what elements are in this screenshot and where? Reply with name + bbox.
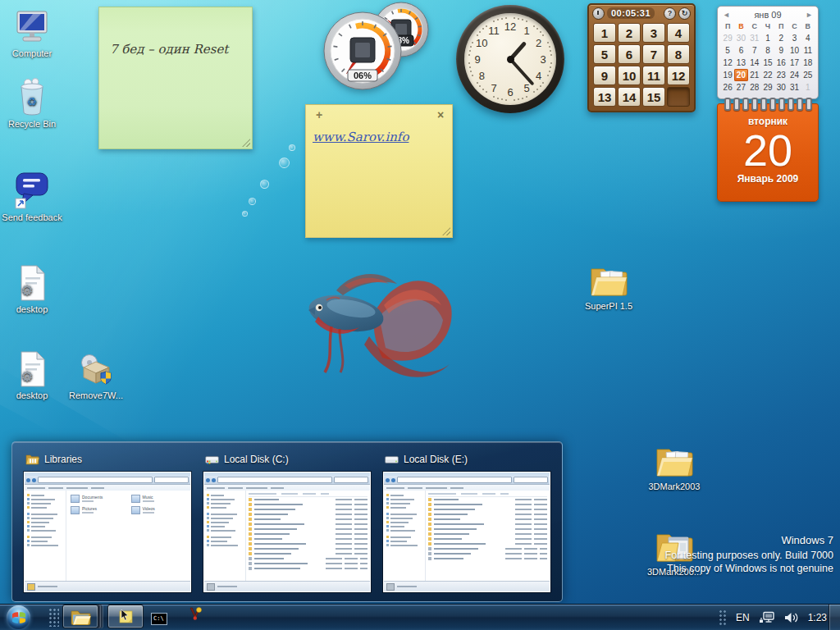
paint-icon[interactable] [188,606,203,625]
puzzle-tile[interactable]: 7 [642,44,665,64]
thumb-nav-label [211,526,225,527]
thumb-file-icon [249,508,252,511]
calendar-day[interactable]: 21 [748,69,761,81]
puzzle-tile[interactable]: 11 [642,66,665,85]
thumb-nav-icon [27,498,30,500]
calendar-day[interactable]: 13 [734,57,747,69]
puzzle-gadget[interactable]: 00:05:31 ? ↻ 123456789101112131415 [587,3,696,112]
calendar-day[interactable]: 14 [748,57,761,69]
calendar-day[interactable]: 22 [761,69,774,81]
puzzle-tile[interactable]: 12 [667,66,690,85]
desktop-icon-computer[interactable]: Computer [0,5,64,59]
calendar-day[interactable]: 31 [788,81,801,94]
window-preview-disk-c[interactable]: Local Disk (C:) [203,452,371,591]
sticky-note-yellow[interactable]: + × www.Sarov.info [305,104,453,238]
calendar-day[interactable]: 1 [761,32,774,44]
puzzle-empty-slot[interactable] [667,87,690,107]
desktop-icon-recycle-bin[interactable]: ♻ Recycle Bin [0,75,64,130]
window-preview-libraries[interactable]: Libraries DocumentsMusicPicturesVideos [24,452,191,591]
window-thumbnail[interactable]: DocumentsMusicPicturesVideos [24,472,191,592]
calendar-day[interactable]: 26 [721,81,734,94]
calendar-gadget[interactable]: ◄ янв 09 ► ПВСЧПСВ 293031123456789101112… [717,6,819,202]
puzzle-shuffle-button[interactable]: ↻ [678,7,691,20]
puzzle-tile[interactable]: 9 [593,66,616,85]
volume-icon[interactable] [784,612,799,623]
calendar-day[interactable]: 17 [788,57,801,69]
drive-e-icon [385,454,399,465]
calendar-day[interactable]: 15 [761,57,774,69]
calendar-day[interactable]: 10 [788,44,801,57]
desktop-icon-desktop-file-2[interactable]: ⚙ desktop [0,347,64,401]
taskbar-button-sticky-notes[interactable] [107,605,144,628]
puzzle-tile[interactable]: 14 [618,87,641,107]
calendar-day[interactable]: 5 [721,44,734,57]
calendar-today-page[interactable]: вторник 20 Январь 2009 [717,103,819,202]
calendar-day[interactable]: 30 [774,81,788,94]
desktop-icon-remove7w[interactable]: Remove7W... [64,347,128,401]
puzzle-tile[interactable]: 15 [642,87,665,107]
puzzle-tile[interactable]: 6 [618,44,641,64]
calendar-day[interactable]: 30 [734,32,747,44]
calendar-day[interactable]: 11 [801,44,815,57]
cpu-meter-gadget[interactable]: 28% 06% [320,0,431,92]
calendar-day[interactable]: 9 [774,44,788,57]
thumb-file-type [345,558,358,559]
calendar-day[interactable]: 3 [788,32,801,44]
puzzle-tile[interactable]: 8 [667,44,690,64]
thumb-nav-item [27,540,63,542]
note-resize-grip[interactable] [442,227,450,235]
calendar-day[interactable]: 18 [801,57,815,69]
calendar-day[interactable]: 4 [801,32,815,44]
puzzle-tile[interactable]: 5 [593,44,616,64]
language-indicator[interactable]: EN [736,612,750,623]
window-preview-disk-e[interactable]: Local Disk (E:) [383,452,550,591]
taskbar-clock[interactable]: 1:23 [808,612,827,623]
taskbar-cmd-icon[interactable]: C:\ [151,613,167,625]
calendar-day[interactable]: 23 [774,69,788,81]
calendar-day[interactable]: 6 [734,44,747,57]
puzzle-help-button[interactable]: ? [664,7,676,20]
note-close-button[interactable]: × [434,108,447,121]
puzzle-tile[interactable]: 2 [618,23,641,43]
calendar-day[interactable]: 28 [748,81,761,94]
calendar-day[interactable]: 7 [748,44,761,57]
puzzle-tile[interactable]: 3 [642,23,665,43]
desktop-icon-superpi[interactable]: SuperPI 1.5 [576,258,641,312]
note-link[interactable]: www.Sarov.info [313,130,409,144]
puzzle-tile[interactable]: 10 [618,66,641,85]
calendar-day[interactable]: 25 [801,69,815,81]
calendar-day[interactable]: 24 [788,69,801,81]
calendar-prev-icon[interactable]: ◄ [723,11,730,19]
sticky-note-green[interactable]: 7 бед – один Reset [98,7,253,149]
calendar-selected-day[interactable]: 20 [734,69,747,81]
note-resize-grip[interactable] [242,139,250,147]
window-thumbnail[interactable] [383,472,550,592]
calendar-day[interactable]: 8 [761,44,774,57]
calendar-day[interactable]: 19 [721,69,734,81]
puzzle-tile[interactable]: 13 [593,87,616,107]
calendar-day[interactable]: 29 [761,81,774,94]
calendar-day[interactable]: 1 [801,81,815,94]
puzzle-timer-icon[interactable] [592,7,605,20]
taskbar-button-explorer[interactable] [62,605,98,628]
calendar-day[interactable]: 29 [721,32,734,44]
calendar-day[interactable]: 27 [734,81,747,94]
calendar-next-icon[interactable]: ► [806,11,813,19]
network-icon[interactable] [759,611,775,624]
thumb-nav-icon [207,521,209,523]
calendar-day[interactable]: 31 [748,32,761,44]
calendar-day[interactable]: 16 [774,57,788,69]
puzzle-tile[interactable]: 4 [667,23,690,43]
desktop-icon-3dmark2003[interactable]: 3DMark2003 [641,438,707,492]
clock-gadget[interactable]: 121234567891011 [456,5,564,113]
window-thumbnail[interactable] [203,472,371,592]
note-add-button[interactable]: + [313,108,326,121]
desktop-icon-send-feedback[interactable]: Send feedback [0,169,64,223]
desktop-icon-desktop-file-1[interactable]: ⚙ desktop [0,261,64,315]
start-button[interactable] [7,605,30,629]
show-desktop-button[interactable] [829,605,840,630]
calendar-day[interactable]: 2 [774,32,788,44]
puzzle-tile[interactable]: 1 [593,23,616,43]
calendar-day[interactable]: 12 [721,57,734,69]
clock-tick [493,96,495,98]
